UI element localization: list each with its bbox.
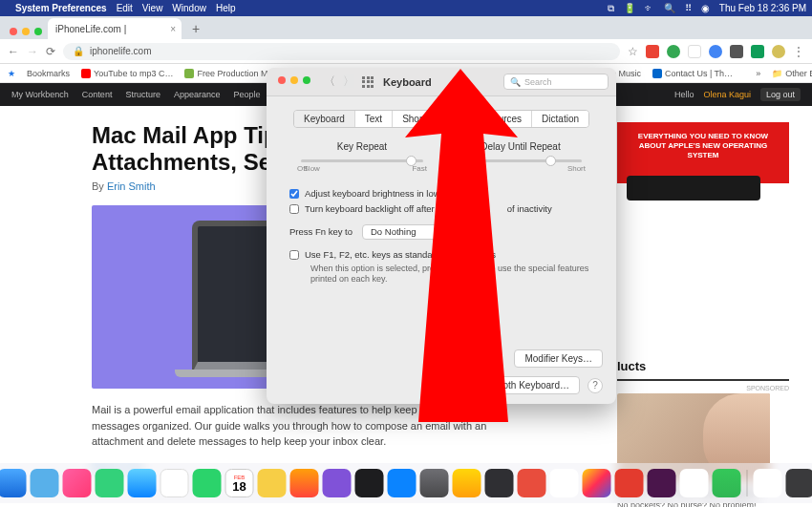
modifier-keys-button[interactable]: Modifier Keys… <box>514 349 603 368</box>
macos-menubar: System Preferences Edit View Window Help… <box>0 0 812 16</box>
dock-app-icon[interactable] <box>713 469 741 497</box>
help-icon[interactable]: ? <box>588 378 603 393</box>
new-tab-button[interactable]: + <box>187 20 204 37</box>
dock-app-icon[interactable] <box>615 469 644 497</box>
extension-icon[interactable] <box>646 45 659 58</box>
dock-app-icon[interactable] <box>160 469 189 497</box>
dock-music-icon[interactable] <box>290 469 319 497</box>
dock-mail-icon[interactable] <box>128 469 157 497</box>
dock-systempref-icon[interactable] <box>420 469 449 497</box>
syspref-toolbar: 〈 〉 Keyboard 🔍 Search <box>267 68 616 96</box>
dock-facetime-icon[interactable] <box>193 469 222 497</box>
dock-app-icon[interactable] <box>485 469 514 497</box>
search-placeholder: Search <box>524 77 552 87</box>
bluetooth-keyboard-button[interactable]: Set Up Bluetooth Keyboard… <box>434 376 580 394</box>
tab-text[interactable]: Text <box>355 111 393 127</box>
window-min-icon[interactable] <box>22 28 30 35</box>
bookmark-item[interactable]: YouTube to mp3 C… <box>81 69 173 78</box>
dock-chrome-icon[interactable] <box>680 469 709 497</box>
dock-finder-icon[interactable] <box>0 469 27 497</box>
dock-messages-icon[interactable] <box>96 469 124 497</box>
checkbox[interactable] <box>289 189 299 199</box>
dock-app-icon[interactable] <box>453 469 481 497</box>
standard-fkeys-option[interactable]: Use F1, F2, etc. keys as standard functi… <box>289 247 599 263</box>
forward-button[interactable]: 〉 <box>343 74 354 90</box>
dock-app-icon[interactable] <box>550 469 579 497</box>
controlcenter-icon[interactable]: ⠿ <box>685 3 692 13</box>
forward-button[interactable]: → <box>27 45 38 58</box>
dock-podcasts-icon[interactable] <box>323 469 352 497</box>
battery-icon[interactable]: 🔋 <box>624 3 635 13</box>
dock-app-icon[interactable] <box>31 469 59 497</box>
dock-appstore-icon[interactable] <box>388 469 417 497</box>
tab-close-icon[interactable]: × <box>170 24 176 34</box>
dock-app-icon[interactable] <box>518 469 546 497</box>
bookmarks-icon[interactable]: ★ <box>8 69 15 78</box>
user-link[interactable]: Olena Kagui <box>703 90 751 99</box>
search-field[interactable]: 🔍 Search <box>503 74 609 90</box>
tab-input-sources[interactable]: Input Sources <box>453 111 532 127</box>
key-repeat-slider[interactable] <box>301 159 423 162</box>
author-link[interactable]: Erin Smith <box>107 180 156 192</box>
tab-keyboard[interactable]: Keyboard <box>294 111 355 127</box>
bookmark-item[interactable]: Contact Us | Th… <box>652 69 733 78</box>
menubar-app[interactable]: System Preferences <box>15 3 107 13</box>
window-max-icon[interactable] <box>34 28 42 35</box>
wifi-icon[interactable]: ᯤ <box>645 3 654 13</box>
backlight-duration-field[interactable]: 5 <box>444 202 469 216</box>
nav-structure[interactable]: Structure <box>125 90 160 99</box>
window-close-icon[interactable] <box>10 28 17 35</box>
promo-banner[interactable]: EVERYTHING YOU NEED TO KNOW ABOUT APPLE'… <box>617 122 789 183</box>
bookmarks-overflow-icon[interactable]: » <box>756 69 760 78</box>
reload-button[interactable]: ⟳ <box>46 45 55 58</box>
dock-notes-icon[interactable] <box>258 469 287 497</box>
menubar-help[interactable]: Help <box>216 3 236 13</box>
extension-icon[interactable] <box>709 45 722 58</box>
chrome-menu-icon[interactable]: ⋮ <box>793 45 804 58</box>
backlight-off-option[interactable]: Turn keyboard backlight off after5of ina… <box>289 201 599 217</box>
bookmark-star-icon[interactable]: ☆ <box>628 45 638 58</box>
dock-app-icon[interactable] <box>583 469 611 497</box>
siri-icon[interactable]: ◉ <box>701 3 710 13</box>
nav-appearance[interactable]: Appearance <box>174 90 221 99</box>
dock-trash-icon[interactable] <box>786 469 813 497</box>
spotlight-icon[interactable]: 🔍 <box>664 3 675 13</box>
window-max-icon[interactable] <box>303 76 310 84</box>
tab-shortcuts[interactable]: Shortcuts <box>393 111 453 127</box>
nav-people[interactable]: People <box>233 90 260 99</box>
delay-repeat-slider[interactable] <box>459 159 582 162</box>
back-button[interactable]: ← <box>8 45 19 58</box>
window-min-icon[interactable] <box>290 76 298 84</box>
address-bar[interactable]: 🔒 iphonelife.com <box>63 43 620 60</box>
menubar-view[interactable]: View <box>142 3 163 13</box>
show-all-icon[interactable] <box>362 76 374 88</box>
extension-icon[interactable] <box>751 45 764 58</box>
browser-tab[interactable]: iPhoneLife.com | × <box>48 18 182 39</box>
nav-workbench[interactable]: My Workbench <box>11 90 69 99</box>
other-bookmarks[interactable]: 📁 Other Bookmarks <box>772 69 812 78</box>
nav-content[interactable]: Content <box>82 90 113 99</box>
extension-icon[interactable] <box>667 45 680 58</box>
tab-dictation[interactable]: Dictation <box>532 111 588 127</box>
extension-icon[interactable] <box>688 45 701 58</box>
checkbox[interactable] <box>289 250 299 260</box>
profile-avatar-icon[interactable] <box>772 45 785 58</box>
menubar-clock[interactable]: Thu Feb 18 2:36 PM <box>719 3 806 13</box>
bookmark-item[interactable]: Free Production M… <box>184 69 276 78</box>
fn-key-select[interactable]: Do Nothing⌃⌄ <box>362 224 456 240</box>
dock-slack-icon[interactable] <box>648 469 676 497</box>
window-close-icon[interactable] <box>278 76 286 84</box>
menubar-edit[interactable]: Edit <box>117 3 133 13</box>
extension-icon[interactable] <box>730 45 743 58</box>
checkbox[interactable] <box>289 204 299 214</box>
adjust-brightness-option[interactable]: Adjust keyboard brightness in low light <box>289 186 599 201</box>
dock-tv-icon[interactable] <box>355 469 384 497</box>
menubar-window[interactable]: Window <box>172 3 206 13</box>
bookmarks-label[interactable]: Bookmarks <box>27 69 70 78</box>
dock-app-icon[interactable] <box>754 469 782 497</box>
status-icon[interactable]: ⧉ <box>608 3 614 14</box>
dock-app-icon[interactable] <box>63 469 92 497</box>
logout-button[interactable]: Log out <box>760 88 801 101</box>
back-button[interactable]: 〈 <box>324 74 335 90</box>
fkey-hint: When this option is selected, press the … <box>310 264 597 285</box>
